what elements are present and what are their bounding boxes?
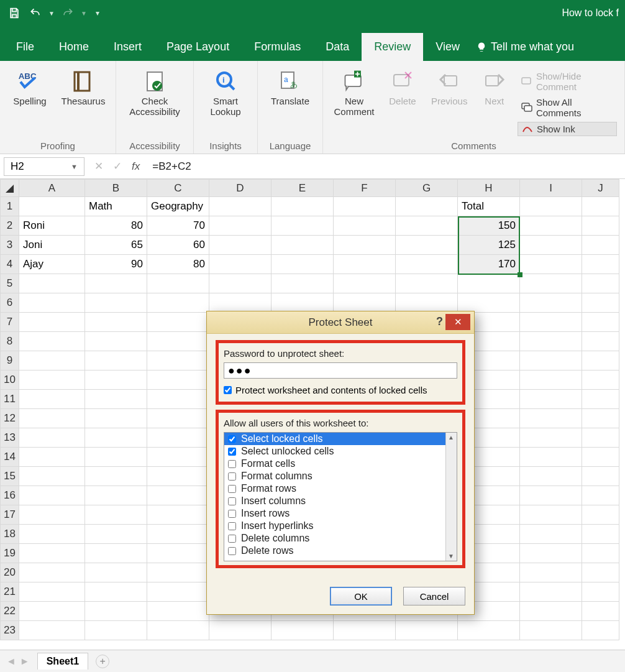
cell[interactable] bbox=[520, 197, 582, 216]
permission-checkbox[interactable] bbox=[228, 535, 236, 543]
cell[interactable] bbox=[19, 409, 85, 428]
permission-checkbox[interactable] bbox=[228, 510, 236, 518]
permission-option[interactable]: Insert columns bbox=[224, 495, 445, 507]
cell[interactable] bbox=[19, 293, 85, 313]
row-header[interactable]: 7 bbox=[1, 313, 19, 332]
name-box[interactable]: H2 ▼ bbox=[4, 157, 84, 176]
cell[interactable] bbox=[147, 409, 209, 428]
permission-option[interactable]: Format columns bbox=[224, 470, 445, 482]
show-ink-button[interactable]: Show Ink bbox=[518, 122, 617, 136]
cell[interactable] bbox=[19, 467, 85, 486]
cell[interactable] bbox=[396, 236, 458, 255]
cell[interactable] bbox=[520, 293, 582, 313]
cell[interactable] bbox=[396, 255, 458, 274]
cell[interactable] bbox=[520, 409, 582, 428]
row-header[interactable]: 21 bbox=[1, 582, 19, 602]
cell[interactable]: 90 bbox=[85, 255, 147, 274]
cell[interactable] bbox=[85, 602, 147, 621]
cell[interactable] bbox=[85, 582, 147, 602]
cell[interactable] bbox=[271, 621, 334, 640]
row-header[interactable]: 13 bbox=[1, 428, 19, 448]
cancel-button[interactable]: Cancel bbox=[403, 587, 465, 605]
cell[interactable] bbox=[334, 255, 396, 274]
cell[interactable] bbox=[19, 621, 85, 640]
show-hide-comment-button[interactable]: Show/Hide Comment bbox=[518, 70, 617, 93]
cell[interactable] bbox=[582, 428, 619, 448]
tab-view[interactable]: View bbox=[423, 33, 472, 61]
cell[interactable] bbox=[520, 255, 582, 274]
cell[interactable] bbox=[147, 428, 209, 448]
row-header[interactable]: 2 bbox=[1, 216, 19, 236]
cell[interactable] bbox=[334, 274, 396, 293]
cell[interactable]: 80 bbox=[85, 216, 147, 236]
cell[interactable] bbox=[582, 236, 619, 255]
undo-dropdown-icon[interactable]: ▼ bbox=[48, 10, 55, 17]
cell[interactable] bbox=[147, 602, 209, 621]
cell[interactable] bbox=[19, 544, 85, 563]
column-headers[interactable]: ◢ A B C D E F G H I J bbox=[1, 180, 619, 197]
col-header[interactable]: I bbox=[520, 180, 582, 197]
cell[interactable]: Geography bbox=[147, 197, 209, 216]
cell[interactable] bbox=[582, 351, 619, 371]
cell[interactable] bbox=[520, 274, 582, 293]
cell[interactable] bbox=[334, 293, 396, 313]
cell[interactable] bbox=[520, 544, 582, 563]
cell[interactable] bbox=[520, 390, 582, 409]
cell[interactable] bbox=[520, 602, 582, 621]
cell[interactable] bbox=[520, 351, 582, 371]
cell[interactable] bbox=[147, 371, 209, 390]
password-input[interactable] bbox=[224, 362, 457, 379]
permission-option[interactable]: Format rows bbox=[224, 482, 445, 495]
cell[interactable] bbox=[520, 621, 582, 640]
cell[interactable] bbox=[520, 505, 582, 525]
cell[interactable] bbox=[147, 467, 209, 486]
cell[interactable] bbox=[582, 313, 619, 332]
cell[interactable] bbox=[582, 486, 619, 505]
cell[interactable] bbox=[85, 274, 147, 293]
row-header[interactable]: 3 bbox=[1, 236, 19, 255]
cell[interactable] bbox=[582, 505, 619, 525]
cell[interactable] bbox=[85, 332, 147, 351]
dialog-close-button[interactable]: ✕ bbox=[445, 314, 470, 330]
cell[interactable] bbox=[334, 621, 396, 640]
tab-data[interactable]: Data bbox=[313, 33, 362, 61]
cell[interactable] bbox=[19, 602, 85, 621]
cell[interactable] bbox=[209, 197, 271, 216]
permission-option[interactable]: Select locked cells bbox=[224, 433, 445, 445]
cell[interactable] bbox=[209, 293, 271, 313]
cell[interactable] bbox=[147, 525, 209, 544]
cell[interactable] bbox=[582, 197, 619, 216]
cell[interactable] bbox=[19, 448, 85, 467]
permission-checkbox[interactable] bbox=[228, 522, 236, 530]
cell[interactable] bbox=[147, 332, 209, 351]
cell[interactable] bbox=[85, 313, 147, 332]
row-header[interactable]: 8 bbox=[1, 332, 19, 351]
translate-button[interactable]: aあ Translate bbox=[265, 66, 315, 109]
cell[interactable]: 65 bbox=[85, 236, 147, 255]
spelling-button[interactable]: ABC Spelling bbox=[7, 66, 52, 109]
check-accessibility-button[interactable]: Check Accessibility bbox=[124, 66, 186, 120]
tab-formulas[interactable]: Formulas bbox=[242, 33, 313, 61]
smart-lookup-button[interactable]: i Smart Lookup bbox=[201, 66, 250, 120]
name-box-dropdown-icon[interactable]: ▼ bbox=[71, 163, 78, 170]
tab-page-layout[interactable]: Page Layout bbox=[154, 33, 242, 61]
cell[interactable] bbox=[520, 371, 582, 390]
sheet-next-icon[interactable]: ► bbox=[20, 656, 30, 667]
row-header[interactable]: 22 bbox=[1, 602, 19, 621]
cell[interactable] bbox=[85, 544, 147, 563]
cell[interactable] bbox=[19, 582, 85, 602]
row-header[interactable]: 12 bbox=[1, 409, 19, 428]
qat-customize-icon[interactable]: ▾ bbox=[96, 9, 99, 17]
cell[interactable]: Roni bbox=[19, 216, 85, 236]
cell[interactable]: Ajay bbox=[19, 255, 85, 274]
col-header[interactable]: B bbox=[85, 180, 147, 197]
permission-checkbox[interactable] bbox=[228, 448, 236, 456]
cell[interactable] bbox=[85, 486, 147, 505]
cell[interactable] bbox=[19, 197, 85, 216]
cell[interactable] bbox=[19, 390, 85, 409]
permissions-listbox[interactable]: Select locked cellsSelect unlocked cells… bbox=[224, 432, 457, 561]
cell[interactable] bbox=[520, 313, 582, 332]
cell[interactable] bbox=[520, 448, 582, 467]
cell[interactable] bbox=[19, 274, 85, 293]
row-header[interactable]: 20 bbox=[1, 563, 19, 582]
